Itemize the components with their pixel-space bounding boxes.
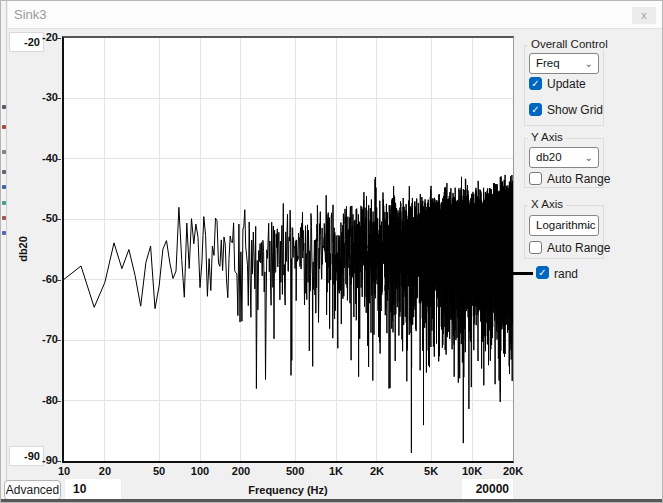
window-title: Sink3 bbox=[14, 7, 47, 22]
chevron-down-icon: ⌄ bbox=[585, 148, 593, 167]
show-grid-checkbox[interactable]: ✓ bbox=[529, 103, 542, 116]
spectrum-plot-canvas[interactable] bbox=[62, 36, 514, 463]
rand-spectrum-trace bbox=[64, 175, 513, 453]
background-app-edge-strip bbox=[1, 1, 7, 503]
overall-control-dropdown[interactable]: Freq ⌄ bbox=[529, 53, 599, 74]
y-tick-mark bbox=[57, 401, 61, 402]
y-tick-mark bbox=[57, 98, 61, 99]
x-tick-label: 2K bbox=[370, 465, 384, 477]
clipped-icon bbox=[2, 105, 6, 109]
advanced-button[interactable]: Advanced bbox=[4, 480, 61, 500]
clipped-icon bbox=[2, 216, 6, 220]
legend-series-checkbox[interactable]: ✓ bbox=[536, 266, 549, 279]
y-tick-mark bbox=[57, 159, 61, 160]
overall-control-dropdown-value: Freq bbox=[536, 57, 560, 69]
clipped-icon bbox=[2, 185, 6, 189]
y-tick-mark bbox=[57, 280, 61, 281]
x-axis-group: X Axis Logarithmic ⌄ Auto Range bbox=[524, 205, 604, 259]
legend-line-swatch bbox=[512, 272, 533, 275]
y-axis-group: Y Axis db20 ⌄ Auto Range bbox=[524, 138, 604, 188]
sink-window: Sink3 x db20 Advanced 1020501002005001K2… bbox=[0, 0, 663, 503]
x-tick-label: 10K bbox=[462, 465, 482, 477]
y-tick-label: -70 bbox=[19, 333, 58, 345]
y-tick-label: -60 bbox=[19, 273, 58, 285]
overall-control-group: Overall Control Freq ⌄ ✓ Update ✓ Show G… bbox=[524, 45, 604, 126]
x-tick-label: 5K bbox=[424, 465, 438, 477]
x-tick-label: 20 bbox=[99, 465, 111, 477]
y-tick-label: -50 bbox=[19, 212, 58, 224]
x-tick-label: 200 bbox=[232, 465, 250, 477]
x-axis-dropdown[interactable]: Logarithmic ⌄ bbox=[529, 215, 599, 236]
x-tick-label: 100 bbox=[191, 465, 209, 477]
x-tick-label: 500 bbox=[286, 465, 304, 477]
show-grid-label: Show Grid bbox=[547, 103, 603, 117]
x-auto-range-checkbox[interactable] bbox=[529, 241, 542, 254]
y-tick-label: -90 bbox=[19, 454, 58, 466]
clipped-icon bbox=[2, 150, 6, 154]
spectrum-plot-svg bbox=[64, 38, 513, 461]
x-max-input[interactable] bbox=[461, 478, 514, 500]
window-bottom-edge bbox=[1, 499, 663, 503]
update-checkbox[interactable]: ✓ bbox=[529, 77, 542, 90]
update-label: Update bbox=[547, 77, 586, 91]
y-axis-dropdown[interactable]: db20 ⌄ bbox=[529, 147, 599, 168]
x-min-input[interactable] bbox=[64, 478, 122, 500]
x-tick-label: 10 bbox=[58, 465, 70, 477]
y-tick-mark bbox=[57, 38, 61, 39]
y-tick-label: -30 bbox=[19, 91, 58, 103]
y-axis-group-title: Y Axis bbox=[528, 131, 566, 143]
clipped-icon bbox=[2, 125, 6, 129]
close-icon[interactable]: x bbox=[632, 7, 656, 24]
x-axis-group-title: X Axis bbox=[528, 198, 566, 210]
clipped-icon bbox=[2, 201, 6, 205]
x-tick-label: 1K bbox=[329, 465, 343, 477]
x-auto-range-label: Auto Range bbox=[547, 241, 610, 255]
y-auto-range-checkbox[interactable] bbox=[529, 172, 542, 185]
y-tick-label: -40 bbox=[19, 152, 58, 164]
clipped-icon bbox=[2, 231, 6, 235]
chevron-down-icon: ⌄ bbox=[585, 54, 593, 73]
x-tick-label: 50 bbox=[153, 465, 165, 477]
y-tick-mark bbox=[57, 461, 61, 462]
title-bar[interactable]: Sink3 x bbox=[8, 1, 663, 29]
clipped-icon bbox=[2, 170, 6, 174]
chevron-down-icon: ⌄ bbox=[585, 216, 593, 235]
x-axis-title: Frequency (Hz) bbox=[248, 484, 327, 496]
y-axis-title: db20 bbox=[17, 231, 31, 267]
y-tick-label: -80 bbox=[19, 394, 58, 406]
y-tick-mark bbox=[57, 340, 61, 341]
legend-series-label: rand bbox=[554, 267, 578, 281]
x-tick-label: 20K bbox=[503, 465, 523, 477]
y-auto-range-label: Auto Range bbox=[547, 172, 610, 186]
y-axis-dropdown-value: db20 bbox=[536, 151, 562, 163]
y-tick-label: -20 bbox=[19, 31, 58, 43]
y-tick-mark bbox=[57, 219, 61, 220]
overall-control-group-title: Overall Control bbox=[528, 38, 611, 50]
